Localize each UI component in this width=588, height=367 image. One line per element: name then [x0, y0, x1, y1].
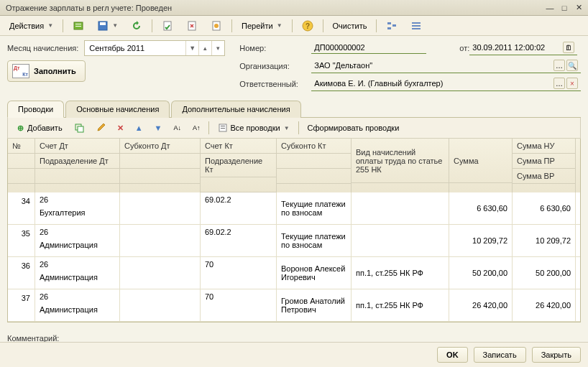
close-form-button[interactable]: Закрыть [532, 347, 581, 363]
period-select[interactable]: ▼ ▴ ▾ [84, 40, 225, 56]
col-num[interactable]: № [8, 139, 35, 154]
cell-sub-kt: Воронов Алексей Игоревич [277, 257, 352, 289]
close-button[interactable]: ✕ [572, 2, 585, 14]
tab-entries[interactable]: Проводки [7, 101, 64, 118]
col-sub-dt[interactable]: Субконто Дт [120, 139, 200, 154]
struct-icon[interactable] [206, 17, 227, 34]
settings-1-icon[interactable] [381, 17, 403, 34]
resp-field[interactable]: Акимова Е. И. (Главный бухгалтер) … × [311, 76, 581, 91]
clear-button[interactable]: Очистить [328, 19, 372, 33]
resp-clear-icon[interactable]: × [566, 78, 578, 89]
ok-button[interactable]: OK [437, 347, 468, 363]
cell-dt: 26Администрация [35, 289, 120, 321]
post-icon[interactable] [68, 17, 89, 34]
cell-sub-kt: Текущие платежи по взносам [277, 192, 352, 224]
col-sub-kt[interactable]: Субконто Кт [277, 139, 351, 154]
tab-main-accruals[interactable]: Основные начисления [65, 101, 170, 118]
cell-sum-nu: 26 420,00 [513, 289, 576, 321]
cell-dt: 26Администрация [35, 257, 120, 289]
svg-rect-20 [221, 126, 225, 126]
col-sum-pr[interactable]: Сумма ПР [513, 154, 575, 169]
col-dept-dt[interactable]: Подразделение Дт [35, 154, 119, 169]
svg-rect-12 [387, 27, 391, 29]
date-field[interactable]: 30.09.2011 12:00:02 🗓 [469, 40, 577, 55]
refresh-icon[interactable] [126, 17, 147, 34]
org-label: Организация: [239, 62, 311, 70]
bottom-bar: OK Записать Закрыть [0, 342, 588, 367]
tab-addl-accruals[interactable]: Дополнительные начисления [171, 101, 300, 118]
org-field[interactable]: ЗАО "Дельтаон" … 🔍 [311, 58, 581, 73]
save-icon[interactable]: ▼ [92, 17, 123, 34]
cell-sub-dt [120, 225, 201, 256]
period-up-icon[interactable]: ▴ [198, 41, 211, 55]
cell-sub-dt [120, 257, 201, 289]
resp-label: Ответственный: [239, 80, 311, 88]
sort-asc-icon[interactable]: A↓ [169, 122, 185, 134]
org-more-icon[interactable]: … [553, 60, 565, 71]
table-row[interactable]: 35 26Администрация 69.02.2 Текущие плате… [8, 225, 580, 257]
col-kt[interactable]: Счет Кт [201, 139, 276, 154]
col-dept-kt[interactable]: Подразделение Кт [201, 154, 276, 177]
cell-sum-nu: 6 630,60 [513, 192, 576, 224]
col-vid[interactable]: Вид начислений оплаты труда по статье 25… [352, 139, 449, 183]
table-row[interactable]: 36 26Администрация 70 Воронов Алексей Иг… [8, 257, 580, 289]
period-label: Месяц начисления: [7, 44, 78, 52]
copy-icon[interactable] [70, 121, 88, 135]
col-sum-nu[interactable]: Сумма НУ [513, 139, 575, 154]
period-input[interactable] [85, 44, 185, 52]
maximize-button[interactable]: □ [558, 2, 571, 14]
all-entries-button[interactable]: Все проводки▼ [213, 121, 293, 135]
cell-sub-kt: Громов Анатолий Петрович [277, 289, 352, 321]
delete-icon[interactable]: ✕ [113, 121, 128, 135]
cell-num: 34 [8, 192, 35, 224]
comment-label: Комментарий: [7, 334, 59, 343]
cell-dt: 26Бухгалтерия [35, 192, 120, 224]
resp-more-icon[interactable]: … [553, 78, 565, 89]
date-picker-icon[interactable]: 🗓 [563, 42, 574, 53]
number-field[interactable]: ДП000000002 [311, 42, 426, 54]
svg-rect-21 [221, 128, 225, 129]
table-row[interactable]: 37 26Администрация 70 Громов Анатолий Пе… [8, 289, 580, 322]
cell-vid: пп.1, ст.255 НК РФ [352, 289, 449, 321]
main-toolbar: Действия▼ ▼ Перейти▼ ? Очистить [0, 16, 588, 36]
cell-sub-dt [120, 192, 201, 224]
svg-rect-16 [412, 28, 421, 29]
org-search-icon[interactable]: 🔍 [566, 60, 578, 71]
form-entries-button[interactable]: Сформировать проводки [303, 121, 404, 134]
svg-rect-14 [412, 22, 421, 24]
cell-num: 37 [8, 289, 35, 321]
col-sum[interactable]: Сумма [449, 139, 512, 183]
svg-rect-15 [412, 25, 421, 27]
svg-point-8 [214, 24, 219, 28]
help-icon[interactable]: ? [297, 17, 318, 34]
movements-icon[interactable] [181, 17, 203, 34]
period-dd-icon[interactable]: ▼ [185, 41, 198, 55]
tabs: Проводки Основные начисления Дополнитель… [7, 100, 581, 118]
post-doc-icon[interactable] [157, 17, 178, 34]
svg-text:?: ? [306, 22, 310, 30]
cell-kt: 69.02.2 [201, 192, 277, 224]
cell-sum: 50 200,00 [449, 257, 513, 289]
minimize-button[interactable]: — [543, 2, 556, 14]
up-icon[interactable]: ▲ [131, 121, 147, 134]
fill-button[interactable]: Заполнить [7, 60, 86, 82]
go-menu[interactable]: Перейти▼ [236, 19, 288, 33]
grid-toolbar: ⊕Добавить ✕ ▲ ▼ A↓ A↑ Все проводки▼ Сфор… [7, 118, 581, 139]
settings-2-icon[interactable] [405, 17, 427, 34]
cell-dt: 26Администрация [35, 225, 120, 256]
edit-icon[interactable] [91, 121, 110, 135]
svg-rect-2 [75, 26, 81, 27]
cell-sum-nu: 50 200,00 [513, 257, 576, 289]
sort-desc-icon[interactable]: A↑ [188, 122, 205, 134]
svg-rect-11 [387, 22, 391, 24]
add-button[interactable]: ⊕Добавить [11, 121, 67, 135]
actions-menu[interactable]: Действия▼ [4, 19, 58, 33]
save-button[interactable]: Записать [474, 347, 526, 363]
period-down-icon[interactable]: ▾ [211, 41, 224, 55]
down-icon[interactable]: ▼ [150, 121, 167, 134]
fill-icon [12, 64, 29, 78]
col-dt[interactable]: Счет Дт [35, 139, 119, 154]
cell-kt: 70 [201, 289, 277, 321]
table-row[interactable]: 34 26Бухгалтерия 69.02.2 Текущие платежи… [8, 192, 580, 225]
col-sum-vr[interactable]: Сумма ВР [513, 169, 575, 184]
